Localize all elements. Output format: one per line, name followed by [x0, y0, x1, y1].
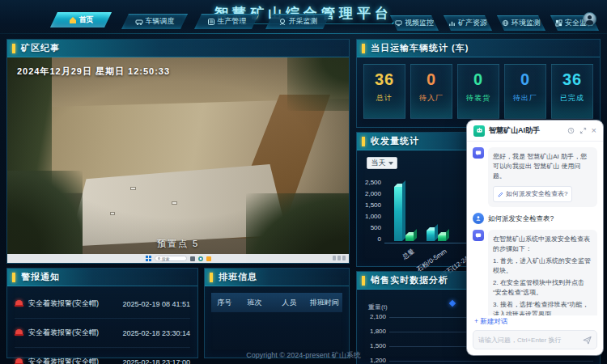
volume-ytick: 0	[359, 235, 381, 243]
video-vignette	[7, 57, 349, 263]
ai-answer-step: 2. 在安全监管模块中找到并点击“安全检查”选项。	[493, 278, 592, 298]
alert-time: 2025-02-18 23:30:14	[122, 329, 190, 337]
taskbar-search-label: 搜索	[162, 256, 170, 261]
home-icon	[69, 16, 77, 24]
mineral-resource-icon	[448, 19, 456, 27]
tab-label: 环境监测	[511, 18, 541, 28]
ai-answer-step: 3. 接着，选择“检查排班表”功能，进入排班表设置界面。	[493, 300, 592, 315]
ai-greeting-bubble: 您好，我是 智慧矿山AI 助手，您可以向我提出 智慧矿山 使用问题。 如何派发安…	[488, 147, 597, 207]
stat-label: 待入厂	[411, 93, 452, 104]
ai-answer-intro: 在智慧矿山系统中派发安全检查表的步骤如下：	[493, 235, 590, 252]
send-icon[interactable]	[583, 336, 592, 345]
ai-greeting-text: 您好，我是 智慧矿山AI 助手，您可以向我提出 智慧矿山 使用问题。	[493, 153, 587, 180]
ai-answer-step: 1. 首先，进入矿山系统的安全监管模块。	[493, 256, 592, 276]
volume-bar	[394, 187, 402, 241]
stat-value: 0	[505, 70, 545, 89]
stat-waiting-entry: 0 待入厂	[410, 64, 452, 119]
ai-conversation: 您好，我是 智慧矿山AI 助手，您可以向我提出 智慧矿山 使用问题。 如何派发安…	[467, 142, 603, 315]
alert-text: 安全着装报警(安全帽)	[28, 328, 99, 338]
video-feed[interactable]: 2024年12月29日 星期日 12:50:33 预置点 5 搜索	[7, 57, 349, 263]
volume-bar	[427, 231, 435, 241]
alert-row[interactable]: 安全着装报警(安全帽) 2025-02-19 08 41:51	[15, 290, 190, 319]
tab-label: 车辆调度	[146, 16, 175, 27]
tab-label: 首页	[79, 15, 94, 25]
sales-legend-marker	[449, 300, 456, 307]
sales-ytick: 1,500	[360, 342, 386, 349]
volume-bar	[405, 235, 414, 241]
stat-value: 36	[552, 70, 592, 89]
tab-label: 生产管理	[218, 16, 247, 27]
alert-time: 2025-02-19 08 41:51	[122, 300, 190, 308]
production-icon	[207, 18, 215, 26]
ai-assistant-title: 智慧矿山AI助手	[489, 125, 540, 136]
tab-home[interactable]: 首页	[50, 12, 112, 28]
panel-mine-video: 矿区纪事 2024年12月29日 星期日 12:50:33 预置点 5 搜索	[6, 39, 350, 264]
panel-vehicle-stats: 当日运输车辆统计 (车) 36 总计 0 待入厂 0 待装货 0 待出厂 36 …	[356, 39, 601, 128]
panel-alerts: 警报通知 安全着装报警(安全帽) 2025-02-19 08 41:51 安全着…	[6, 268, 198, 358]
stat-waiting-load: 0 待装货	[457, 64, 499, 119]
tab-mining-monitor[interactable]: 开采监测	[265, 14, 330, 29]
bot-avatar-icon	[473, 230, 484, 241]
tab-label: 开采监测	[289, 16, 318, 27]
header-divider	[0, 33, 607, 34]
ai-robot-icon	[473, 125, 485, 137]
alert-text: 安全着装报警(安全帽)	[28, 298, 99, 309]
video-preset-label: 预置点 5	[7, 238, 349, 250]
panel-title: 警报通知	[21, 271, 60, 283]
user-question-text: 如何派发安全检查表?	[488, 213, 554, 224]
stat-waiting-exit: 0 待出厂	[504, 64, 546, 119]
tab-production[interactable]: 生产管理	[194, 14, 259, 29]
ai-assistant-header: 智慧矿山AI助手 ×	[467, 121, 603, 142]
video-windows-taskbar: 搜索	[7, 254, 349, 263]
panel-accent-bar	[362, 44, 365, 53]
alert-row[interactable]: 安全着装报警(安全帽) 2025-02-18 23:30:14	[15, 319, 190, 348]
suggestion-chip[interactable]: 如何派发安全检查表?	[493, 186, 572, 202]
new-chat-button[interactable]: + 新建对话	[467, 315, 603, 330]
safety-icon	[555, 19, 562, 27]
ai-question-input[interactable]	[478, 336, 579, 344]
stat-total: 36 总计	[363, 64, 405, 119]
vehicle-dispatch-icon	[135, 18, 143, 26]
vehicle-stats-row: 36 总计 0 待入厂 0 待装货 0 待出厂 36 已完成	[363, 64, 593, 119]
sales-y-axis-label: 重量(t)	[368, 303, 388, 311]
user-avatar[interactable]	[583, 12, 596, 26]
volume-ytick: 1,500	[359, 201, 381, 209]
video-datetime-overlay: 2024年12月29日 星期日 12:50:33	[17, 66, 170, 78]
tab-mineral-resource[interactable]: 矿产资源	[444, 15, 492, 31]
ai-message: 在智慧矿山系统中派发安全检查表的步骤如下： 1. 首先，进入矿山系统的安全监管模…	[473, 230, 597, 315]
folder-icon	[206, 256, 211, 261]
stat-label: 总计	[364, 93, 405, 104]
stat-label: 待装货	[458, 93, 499, 104]
ai-input-row	[473, 330, 597, 349]
volume-ytick: 500	[359, 224, 381, 231]
tab-environment[interactable]: 环境监测	[497, 15, 545, 31]
windows-start-icon	[146, 256, 151, 261]
tab-vehicle-dispatch[interactable]: 车辆调度	[121, 14, 188, 29]
stat-value: 0	[411, 70, 452, 89]
mining-monitor-icon	[278, 18, 287, 26]
stat-completed: 36 已完成	[551, 64, 593, 119]
volume-ytick: 2,500	[359, 179, 381, 186]
search-icon	[158, 257, 160, 260]
volume-ytick: 2,000	[359, 190, 381, 197]
expand-icon[interactable]	[579, 127, 587, 134]
stat-label: 待出厂	[505, 93, 545, 104]
history-icon[interactable]	[567, 127, 575, 134]
panel-header: 当日运输车辆统计 (车)	[357, 40, 600, 57]
panel-header: 警报通知	[7, 269, 197, 286]
column-header: 人员	[272, 298, 308, 308]
environment-icon	[502, 19, 509, 27]
close-icon[interactable]: ×	[592, 126, 596, 135]
panel-accent-bar	[12, 273, 15, 282]
pen-icon	[498, 192, 503, 197]
column-header: 班次	[237, 298, 271, 308]
panel-accent-bar	[12, 44, 15, 53]
stat-value: 0	[458, 70, 499, 89]
stat-label: 已完成	[552, 93, 592, 104]
alert-list: 安全着装报警(安全帽) 2025-02-19 08 41:51 安全着装报警(安…	[7, 290, 197, 358]
taskbar-tray	[333, 256, 346, 260]
tab-video-monitor[interactable]: 视频监控	[390, 15, 439, 31]
bot-avatar-icon	[473, 147, 484, 159]
panel-header: 矿区纪事	[7, 40, 349, 57]
sales-ytick: 1,800	[360, 328, 386, 335]
